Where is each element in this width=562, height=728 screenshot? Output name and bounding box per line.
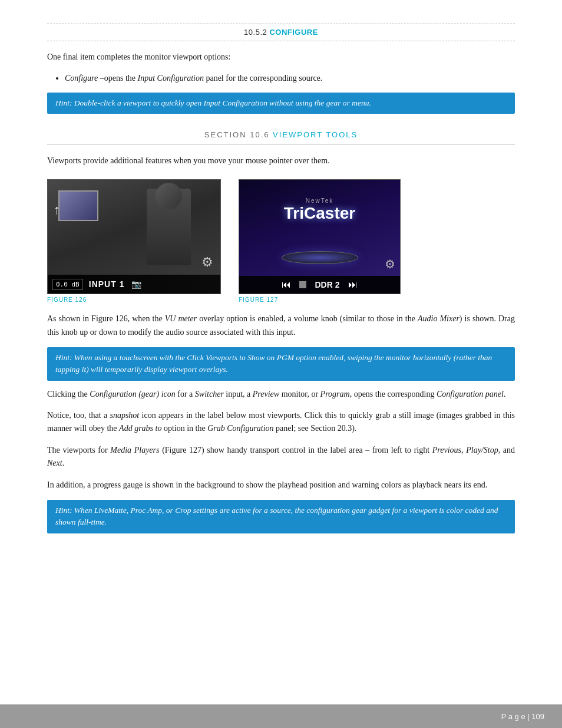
para3-text4: panel; see Section 20.3). bbox=[274, 424, 357, 433]
viewport-intro-paragraph: Viewports provide additional features wh… bbox=[47, 154, 515, 167]
paragraph-4: The viewports for Media Players (Figure … bbox=[47, 444, 515, 470]
figure-127-container: NewTek TriCaster ⚙ ⏮ DDR 2 ⏭ F bbox=[239, 179, 401, 303]
fig127-background: NewTek TriCaster ⚙ ⏮ DDR 2 ⏭ bbox=[239, 180, 400, 294]
para2-text3: input, a bbox=[224, 390, 253, 398]
fig126-monitor bbox=[58, 190, 98, 221]
fig127-prev-icon: ⏮ bbox=[282, 279, 291, 290]
para2-text1: Clicking the bbox=[47, 390, 90, 398]
figure-127-image: NewTek TriCaster ⚙ ⏮ DDR 2 ⏭ bbox=[239, 179, 401, 294]
section-header-1052: 10.5.2 CONFIGURE bbox=[47, 24, 515, 41]
para2-text2: for a bbox=[176, 390, 195, 398]
para4-italic1: Media Players bbox=[110, 446, 159, 454]
figure-126-container: ↑ ⚙ 0.0 dB INPUT 1 📷 FIGURE 126 bbox=[47, 179, 221, 303]
para1-text1: As shown in Figure 126, when the bbox=[47, 314, 165, 323]
para3-italic3: Grab Configuration bbox=[207, 424, 273, 433]
para4-italic4: Next bbox=[47, 459, 62, 467]
bullet-list: Configure –opens the Input Configuration… bbox=[65, 72, 515, 85]
paragraph-1: As shown in Figure 126, when the VU mete… bbox=[47, 312, 515, 339]
fig126-arrow-icon: ↑ bbox=[54, 203, 60, 216]
hint2-text: Hint: When using a touchscreen with the … bbox=[55, 353, 492, 374]
para2-italic1: Configuration (gear) icon bbox=[90, 390, 175, 398]
bullet-text2: panel for the corresponding source. bbox=[204, 74, 322, 83]
para2-italic2: Switcher bbox=[195, 390, 224, 398]
hint3-text: Hint: When LiveMatte, Proc Amp, or Crop … bbox=[55, 506, 498, 526]
fig127-logo-text: TriCaster bbox=[261, 204, 379, 223]
para2-text6: . bbox=[504, 390, 506, 398]
para2-text4: monitor, or bbox=[279, 390, 320, 398]
para4-text3: , bbox=[461, 446, 466, 454]
section-prefix: 10.5.2 bbox=[244, 28, 269, 37]
para2-text5: , opens the corresponding bbox=[350, 390, 437, 398]
para3-text3: option in the bbox=[161, 424, 207, 433]
bullet-italic: Input Configuration bbox=[138, 74, 204, 83]
page-number-value: 109 bbox=[531, 712, 544, 721]
figure-126-label: FIGURE 126 bbox=[47, 297, 87, 303]
fig127-logo-area: NewTek TriCaster bbox=[261, 197, 379, 223]
para4-text4: , and bbox=[498, 446, 515, 454]
hint-box-3: Hint: When LiveMatte, Proc Amp, or Crop … bbox=[47, 500, 515, 533]
intro-text: One final item completes the monitor vie… bbox=[47, 52, 230, 61]
page-container: 10.5.2 CONFIGURE One final item complete… bbox=[0, 0, 562, 728]
fig127-brand-sub: NewTek bbox=[261, 197, 379, 204]
hint1-text: Hint: Double-click a viewport to quickly… bbox=[55, 98, 371, 107]
para4-italic2: Previous bbox=[432, 446, 461, 454]
bullet-item-configure: Configure –opens the Input Configuration… bbox=[65, 72, 515, 85]
section-header-106: SECTION 10.6 VIEWPORT TOOLS bbox=[47, 130, 515, 145]
fig127-gear-icon: ⚙ bbox=[385, 257, 395, 271]
para3-italic1: snapshot bbox=[110, 411, 139, 420]
hint-box-1: Hint: Double-click a viewport to quickly… bbox=[47, 93, 515, 114]
fig127-stop-icon bbox=[299, 281, 306, 288]
viewport-intro-text: Viewports provide additional features wh… bbox=[47, 156, 330, 165]
para4-italic3: Play/Stop bbox=[466, 446, 498, 454]
fig126-background: ↑ ⚙ 0.0 dB INPUT 1 📷 bbox=[48, 180, 220, 294]
fig126-db-value: 0.0 dB bbox=[52, 279, 83, 290]
figure-127-label: FIGURE 127 bbox=[239, 297, 278, 303]
para5-text: In addition, a progress gauge is shown i… bbox=[47, 480, 487, 489]
section-106-title: VIEWPORT TOOLS bbox=[273, 130, 358, 139]
para2-italic3: Preview bbox=[253, 390, 279, 398]
fig127-ddr-label: DDR 2 bbox=[315, 280, 339, 289]
para2-italic4: Program bbox=[320, 390, 350, 398]
fig127-disc bbox=[282, 251, 358, 264]
paragraph-5: In addition, a progress gauge is shown i… bbox=[47, 479, 515, 492]
figure-126-image: ↑ ⚙ 0.0 dB INPUT 1 📷 bbox=[47, 179, 221, 294]
fig126-label-bar: 0.0 dB INPUT 1 📷 bbox=[48, 275, 220, 294]
fig127-next-icon: ⏭ bbox=[348, 279, 358, 290]
bullet-text1: –opens the bbox=[98, 74, 137, 83]
para3-italic2: Add grabs to bbox=[119, 424, 161, 433]
section-title-1052: 10.5.2 CONFIGURE bbox=[244, 28, 318, 37]
bullet-configure-label: Configure bbox=[65, 74, 98, 83]
fig126-gear-icon: ⚙ bbox=[201, 255, 213, 270]
section-main-title: SECTION 10.6 VIEWPORT TOOLS bbox=[204, 130, 358, 139]
section-106-prefix: SECTION 10.6 bbox=[204, 130, 273, 139]
paragraph-3: Notice, too, that a snapshot icon appear… bbox=[47, 409, 515, 436]
para1-text2: overlay option is enabled, a volume knob… bbox=[197, 314, 418, 323]
intro-paragraph: One final item completes the monitor vie… bbox=[47, 51, 515, 64]
para4-text2: (Figure 127) show handy transport contro… bbox=[159, 446, 432, 454]
para1-italic2: Audio Mixer bbox=[418, 314, 459, 323]
para1-italic1: VU meter bbox=[165, 314, 197, 323]
para3-text1: Notice, too, that a bbox=[47, 411, 110, 420]
page-footer: P a g e | 109 bbox=[0, 704, 562, 728]
figures-row: ↑ ⚙ 0.0 dB INPUT 1 📷 FIGURE 126 bbox=[47, 179, 515, 303]
paragraph-2: Clicking the Configuration (gear) icon f… bbox=[47, 388, 515, 401]
para4-text5: . bbox=[62, 459, 65, 467]
fig126-input-label: INPUT 1 bbox=[89, 279, 125, 289]
para4-text1: The viewports for bbox=[47, 446, 110, 454]
page-number: P a g e | 109 bbox=[501, 712, 544, 721]
fig126-camera-icon: 📷 bbox=[131, 279, 141, 289]
section-configure-title: CONFIGURE bbox=[269, 28, 318, 37]
para2-italic5: Configuration panel bbox=[437, 390, 504, 398]
fig127-label-bar: ⏮ DDR 2 ⏭ bbox=[239, 276, 400, 294]
hint-box-2: Hint: When using a touchscreen with the … bbox=[47, 347, 515, 381]
